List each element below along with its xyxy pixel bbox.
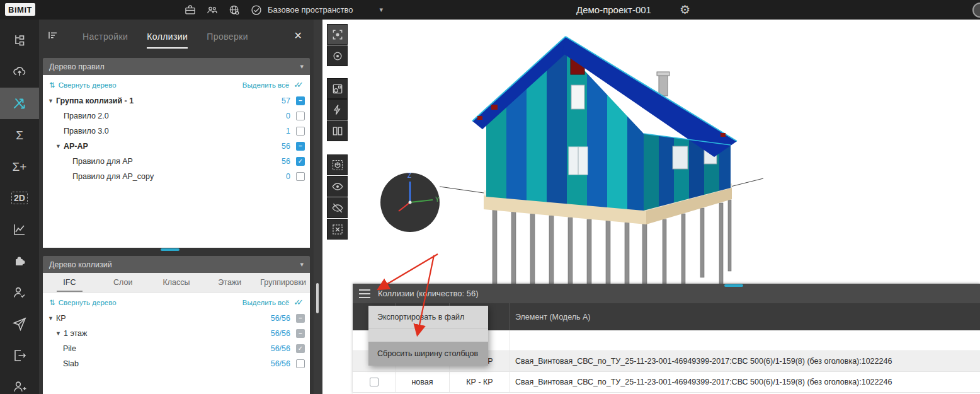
top-bar: BiMiT Базовое пространство ▾ Демо-проект… — [0, 0, 980, 20]
clear-selection-button[interactable] — [327, 219, 348, 240]
tab-checks[interactable]: Проверки — [207, 22, 248, 49]
collapse-icon: ⇅ — [49, 298, 55, 307]
col-element-a[interactable]: Элемент (Модель А) — [510, 303, 980, 330]
collapse-tree-link[interactable]: ⇅Свернуть дерево — [49, 298, 117, 307]
checkbox[interactable] — [296, 157, 305, 166]
close-icon[interactable]: ✕ — [290, 30, 306, 42]
double-check-icon: ✓✓ — [293, 80, 304, 90]
tab-collisions[interactable]: Коллизии — [147, 22, 188, 49]
rules-tree: ⇅Свернуть дерево Выделить всё✓✓ ▼ Группа… — [43, 75, 310, 248]
panel-resize-handle[interactable] — [161, 248, 179, 251]
charts-icon[interactable] — [0, 214, 39, 245]
checkbox[interactable] — [296, 344, 305, 353]
clip-plane-button[interactable] — [327, 99, 348, 120]
project-title: Демо-проект-001 — [576, 0, 651, 20]
checkbox[interactable] — [296, 329, 305, 338]
collisions-icon[interactable] — [0, 88, 39, 119]
tree-item-rule-for-ar-copy[interactable]: Правило для АР_copy 0 — [43, 169, 310, 184]
checkbox[interactable] — [296, 96, 305, 105]
tree-item-kr[interactable]: ▼ КР 56/56 — [43, 311, 310, 326]
team-icon[interactable] — [205, 3, 219, 17]
axis-y-label: Y — [435, 196, 440, 203]
menu-item-export[interactable]: Экспортировать в файл — [368, 306, 488, 328]
app-logo: BiMiT — [5, 3, 35, 16]
tree-item-rule-20[interactable]: Правило 2.0 0 — [43, 108, 310, 124]
panel-scrollbar[interactable] — [316, 283, 319, 313]
plugins-icon[interactable] — [0, 245, 39, 277]
export-icon[interactable] — [0, 340, 39, 371]
caret-down-icon[interactable]: ▼ — [55, 143, 64, 149]
section-box-button[interactable] — [327, 120, 348, 141]
select-all-link[interactable]: Выделить всё✓✓ — [242, 80, 304, 90]
hide-eye-off-button[interactable] — [327, 197, 348, 218]
tree-item-floor1[interactable]: ▼ 1 этаж 56/56 — [43, 326, 310, 341]
tab-ifc[interactable]: IFC — [43, 273, 96, 292]
user-add-icon[interactable] — [0, 371, 39, 394]
tree-item-ar-ar[interactable]: ▼ АР-АР 56 — [43, 139, 310, 154]
workspace-label: Базовое пространство — [268, 5, 353, 14]
globe-icon[interactable] — [227, 3, 241, 17]
collision-tree-tabs: IFC Слои Классы Этажи Группировки — [43, 273, 310, 293]
tree-item-rule-30[interactable]: Правило 3.0 1 — [43, 124, 310, 139]
cube-selection-button[interactable] — [327, 154, 348, 175]
chevron-down-icon: ▾ — [380, 6, 384, 14]
caret-down-icon[interactable]: ▼ — [48, 98, 56, 104]
table-row[interactable]: новая КР - КР Свая_Винтовая_СВС_по_ТУ_25… — [353, 372, 980, 393]
caret-down-icon[interactable]: ▼ — [55, 330, 64, 337]
tab-settings[interactable]: Настройки — [83, 22, 128, 49]
context-menu: Экспортировать в файл Сбросить ширину ст… — [368, 306, 488, 366]
bimit-app: BiMiT Базовое пространство ▾ Демо-проект… — [0, 0, 980, 394]
tree-item-pile[interactable]: Pile 56/56 — [43, 341, 310, 356]
checkbox[interactable] — [296, 314, 305, 323]
checkbox[interactable] — [296, 172, 305, 181]
send-icon[interactable] — [0, 308, 39, 340]
show-eye-button[interactable] — [327, 176, 348, 197]
rules-tree-links: ⇅Свернуть дерево Выделить всё✓✓ — [43, 75, 310, 93]
rules-section-header[interactable]: Дерево правил ▾ — [43, 58, 310, 75]
user-check-icon[interactable] — [0, 277, 39, 308]
collisions-panel-header: Коллизии (количество: 56) — [353, 284, 980, 303]
rules-section-title: Дерево правил — [49, 62, 105, 71]
tab-layers[interactable]: Слои — [96, 273, 150, 292]
check-circle-icon[interactable] — [249, 3, 263, 17]
section-view-button[interactable] — [327, 78, 348, 99]
workspace-dropdown[interactable]: Базовое пространство ▾ — [268, 0, 383, 20]
left-toolbar: Σ Σ+ 2D — [0, 20, 39, 394]
caret-down-icon[interactable]: ▼ — [48, 315, 56, 322]
sum-icon[interactable]: Σ — [0, 119, 39, 151]
toolbox-icon[interactable] — [183, 3, 197, 17]
bottom-panel-resize-handle[interactable] — [724, 284, 743, 287]
panel-divider — [314, 20, 322, 394]
settings-gear-icon[interactable]: ⚙ — [680, 0, 690, 20]
select-all-link[interactable]: Выделить всё✓✓ — [242, 298, 304, 307]
checkbox[interactable] — [296, 127, 305, 136]
tab-groupings[interactable]: Группировки — [256, 273, 310, 292]
tree-item-slab[interactable]: Slab 56/56 — [43, 356, 310, 371]
row-checkbox[interactable] — [370, 378, 379, 386]
ifc-upload-icon[interactable] — [0, 56, 39, 88]
checkbox[interactable] — [296, 142, 305, 151]
chevron-down-icon: ▾ — [300, 62, 304, 71]
collapse-tree-link[interactable]: ⇅Свернуть дерево — [49, 81, 117, 90]
collision-tree-section-header[interactable]: Дерево коллизий ▾ — [43, 256, 310, 273]
tab-classes[interactable]: Классы — [150, 273, 203, 292]
focus-model-button[interactable] — [327, 24, 348, 45]
tree-item-rule-for-ar[interactable]: Правило для АР 56 — [43, 154, 310, 169]
panel-burger-icon[interactable] — [359, 289, 370, 298]
collapse-icon: ⇅ — [49, 81, 55, 90]
panel-menu-icon[interactable] — [47, 29, 59, 42]
menu-divider — [368, 328, 488, 342]
model-tree-icon[interactable] — [0, 25, 39, 56]
tree-item-collision-group[interactable]: ▼ Группа коллизий - 1 57 — [43, 93, 310, 108]
checkbox[interactable] — [296, 112, 305, 120]
checkbox[interactable] — [296, 359, 305, 368]
menu-item-reset-columns[interactable]: Сбросить ширину столбцов — [368, 342, 488, 366]
tab-floors[interactable]: Этажи — [203, 273, 256, 292]
panel-tab-bar: Настройки Коллизии Проверки ✕ — [39, 20, 314, 51]
sum-add-icon[interactable]: Σ+ — [0, 151, 39, 182]
view-2d-icon[interactable]: 2D — [0, 182, 39, 214]
locate-target-button[interactable] — [327, 45, 348, 66]
model-chimney — [657, 72, 669, 96]
user-avatar[interactable] — [972, 3, 980, 18]
collision-tree-title: Дерево коллизий — [49, 260, 112, 269]
